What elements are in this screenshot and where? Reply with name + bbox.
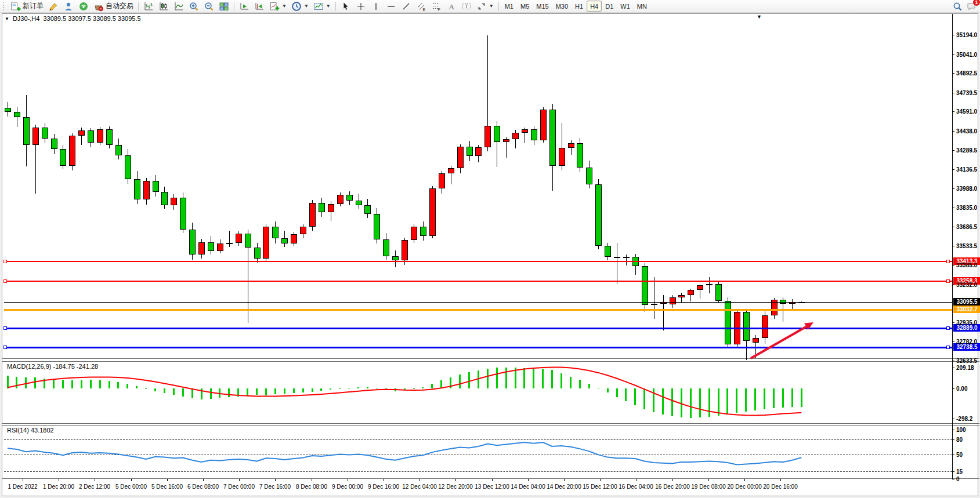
horizontal-line-button[interactable] (384, 0, 399, 13)
price-level-line[interactable] (4, 309, 952, 311)
macd-histogram-bar (801, 388, 802, 407)
auto-scroll-button[interactable] (237, 0, 252, 13)
toolbar-separator (138, 2, 139, 11)
price-level-line[interactable] (4, 328, 952, 329)
indicators-button[interactable]: ▼ (267, 0, 289, 13)
price-level-line[interactable] (4, 302, 952, 303)
macd-histogram-bar (468, 372, 470, 388)
chart-window[interactable] (2, 13, 978, 496)
candle-body (753, 338, 759, 343)
candle-body (743, 312, 750, 340)
time-tick (564, 479, 565, 481)
line-handle[interactable] (946, 346, 950, 349)
crosshair-button[interactable] (353, 0, 368, 13)
macd-histogram-bar (523, 368, 525, 388)
candle-body (14, 112, 20, 118)
line-handle[interactable] (3, 260, 7, 263)
macd-histogram-bar (312, 388, 313, 392)
macd-histogram-bar (718, 388, 719, 416)
zoom-out-button[interactable] (201, 0, 216, 13)
time-axis-label: 8 Dec 08:00 (296, 484, 327, 490)
candle-body (577, 143, 583, 168)
search-icon[interactable] (952, 1, 963, 12)
metaeditor-button[interactable] (46, 0, 61, 13)
macd-histogram-bar (422, 387, 424, 388)
chart-candles-button[interactable] (156, 0, 171, 13)
panel-divider[interactable] (2, 478, 979, 479)
chevron-down-icon[interactable]: ▼ (489, 3, 494, 9)
arrows-icon (476, 1, 487, 12)
candle-body (171, 198, 177, 205)
signals-button[interactable] (76, 0, 91, 13)
line-handle[interactable] (946, 279, 950, 283)
trendline-button[interactable] (399, 0, 414, 13)
time-tick (275, 479, 276, 481)
time-tick (708, 479, 709, 481)
time-tick (636, 479, 637, 481)
autotrading-button[interactable]: 自动交易 (91, 0, 136, 13)
tile-windows-button[interactable] (216, 0, 232, 13)
line-handle[interactable] (3, 279, 7, 283)
price-tick-label: 32782.0 (956, 339, 977, 345)
time-axis-label: 9 Dec 16:00 (368, 484, 399, 490)
notifications-icon[interactable]: 1 (966, 1, 977, 12)
line-handle[interactable] (3, 326, 7, 330)
community-button[interactable] (61, 0, 76, 13)
templates-button[interactable]: ▼ (311, 0, 333, 13)
chart-ohlc-values: 33089.5 33097.5 33089.5 33095.5 (43, 15, 140, 22)
line-handle[interactable] (946, 260, 950, 263)
line-handle[interactable] (946, 326, 950, 330)
macd-histogram-bar (256, 388, 258, 395)
price-tick-label: 33385.0 (956, 262, 977, 268)
timeframe-d1-button[interactable]: D1 (602, 1, 617, 12)
price-level-line[interactable] (4, 281, 952, 282)
time-axis-label: 6 Dec 08:00 (187, 484, 219, 490)
price-level-line[interactable] (4, 347, 952, 348)
chevron-down-icon[interactable]: ▼ (326, 3, 331, 9)
panel-divider[interactable] (2, 358, 979, 359)
candle-body (78, 130, 85, 136)
timeframe-m15-button[interactable]: M15 (533, 1, 552, 12)
macd-histogram-bar (551, 370, 553, 388)
price-tick-label: 35194.0 (956, 32, 977, 38)
zoom-in-button[interactable] (186, 0, 201, 13)
cursor-button[interactable] (338, 0, 353, 13)
panel-divider[interactable] (2, 361, 979, 362)
timeframe-m1-button[interactable]: M1 (501, 1, 517, 12)
timeframe-h4-button[interactable]: H4 (587, 1, 602, 12)
timeframe-h1-button[interactable]: H1 (572, 1, 587, 12)
timeframe-w1-button[interactable]: W1 (617, 1, 634, 12)
time-tick (203, 479, 204, 481)
candle-body (42, 128, 48, 139)
chart-menu-arrow-icon[interactable]: ▼ (5, 16, 9, 21)
timeframe-m30-button[interactable]: M30 (552, 1, 572, 12)
price-tick-label: 34892.5 (956, 70, 977, 77)
text-button[interactable]: A (444, 0, 459, 13)
chevron-down-icon[interactable]: ▼ (304, 3, 309, 9)
line-handle[interactable] (3, 346, 7, 349)
periods-button[interactable]: ▼ (289, 0, 311, 13)
zoom-in-icon (189, 1, 199, 12)
fibonacci-button[interactable]: F (429, 0, 444, 13)
chart-bars-button[interactable] (141, 0, 156, 13)
chevron-down-icon[interactable]: ▼ (282, 3, 287, 9)
price-level-line[interactable] (4, 261, 952, 262)
channel-icon: E (416, 1, 426, 12)
new-order-button[interactable]: 新订单 (8, 0, 46, 13)
arrows-button[interactable]: ▼ (474, 0, 496, 13)
text-label-button[interactable]: T (459, 0, 474, 13)
macd-histogram-bar (7, 376, 9, 388)
timeframe-m5-button[interactable]: M5 (517, 1, 533, 12)
chart-line-button[interactable] (171, 0, 186, 13)
quick-trade-arrow-icon[interactable]: ▼ (757, 14, 762, 20)
timeframe-mn-button[interactable]: MN (634, 1, 650, 12)
panel-divider[interactable] (2, 423, 979, 424)
panel-divider[interactable] (2, 425, 979, 426)
time-axis-label: 16 Dec 20:00 (655, 484, 690, 490)
price-tick (952, 131, 954, 132)
equidistant-channel-button[interactable]: E (414, 0, 429, 13)
time-tick (95, 479, 95, 481)
fibo-icon: F (431, 1, 442, 12)
chart-shift-button[interactable] (252, 0, 267, 13)
vertical-line-button[interactable] (368, 0, 384, 13)
